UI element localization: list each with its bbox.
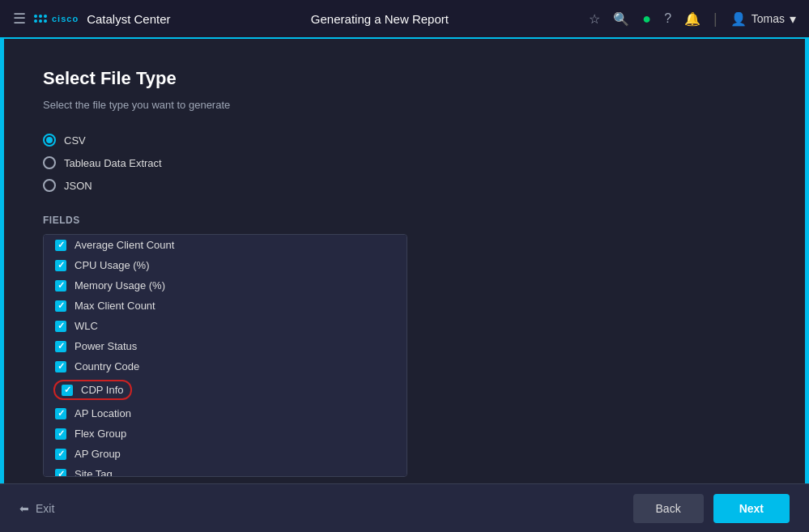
list-item[interactable]: CPU Usage (%) (44, 255, 407, 275)
checkbox-average-client-count[interactable] (55, 240, 66, 251)
radio-json-label: JSON (64, 180, 92, 192)
app-title: Catalyst Center (87, 12, 170, 26)
checkbox-power-status[interactable] (55, 341, 66, 352)
bottom-right-buttons: Back Next (633, 494, 790, 523)
list-item[interactable]: Country Code (44, 356, 407, 377)
section-subtitle: Select the file type you want to generat… (43, 99, 766, 111)
star-icon[interactable]: ☆ (589, 11, 600, 27)
field-label-memory-usage: Memory Usage (%) (75, 279, 165, 292)
main-content: Select File Type Select the file type yo… (0, 39, 809, 483)
checkbox-ap-location[interactable] (55, 408, 66, 419)
search-icon[interactable]: 🔍 (613, 11, 629, 27)
nav-left: ☰ cisco Catalyst Center (13, 10, 171, 28)
bottom-bar: ⬅ Exit Back Next (0, 483, 809, 532)
field-label-ap-group: AP Group (75, 448, 121, 460)
right-accent-strip (805, 39, 809, 483)
field-label-site-tag: Site Tag (75, 468, 113, 477)
field-label-ap-location: AP Location (75, 407, 131, 419)
list-item[interactable]: WLC (44, 316, 407, 336)
hamburger-icon[interactable]: ☰ (13, 10, 26, 28)
checkbox-cdp-info[interactable] (62, 385, 73, 396)
list-item[interactable]: Memory Usage (%) (44, 275, 407, 296)
exit-label: Exit (36, 502, 54, 515)
status-icon: ● (642, 11, 651, 28)
radio-item-tableau[interactable]: Tableau Data Extract (43, 156, 766, 169)
radio-item-json[interactable]: JSON (43, 179, 766, 192)
checkbox-cpu-usage[interactable] (55, 260, 66, 271)
radio-tableau[interactable] (43, 156, 56, 169)
radio-item-csv[interactable]: CSV (43, 134, 766, 147)
checkbox-max-client-count[interactable] (55, 300, 66, 312)
nav-divider: | (713, 11, 717, 28)
top-nav: ☰ cisco Catalyst Center Generating a New… (0, 0, 809, 39)
nav-right: ☆ 🔍 ● ? 🔔 | 👤 Tomas ▾ (589, 11, 796, 28)
list-item[interactable]: AP Location (44, 403, 407, 423)
list-item[interactable]: Flex Group (44, 423, 407, 444)
cisco-text: cisco (52, 14, 79, 23)
content-area: Select File Type Select the file type yo… (4, 39, 805, 483)
radio-tableau-label: Tableau Data Extract (64, 157, 162, 169)
checkbox-country-code[interactable] (55, 361, 66, 372)
radio-csv-label: CSV (64, 134, 86, 147)
bell-icon[interactable]: 🔔 (684, 11, 700, 27)
list-item-cdp-info[interactable]: CDP Info (44, 377, 407, 403)
field-label-average-client-count: Average Client Count (75, 239, 174, 251)
field-label-country-code: Country Code (75, 360, 139, 372)
section-title: Select File Type (43, 68, 766, 89)
checkbox-memory-usage[interactable] (55, 280, 66, 292)
list-item[interactable]: Max Client Count (44, 296, 407, 316)
exit-icon: ⬅ (19, 502, 29, 515)
user-name: Tomas (752, 12, 785, 25)
checkbox-wlc[interactable] (55, 321, 66, 332)
list-item[interactable]: Power Status (44, 336, 407, 356)
nav-center: Generating a New Report (171, 12, 590, 26)
user-menu[interactable]: 👤 Tomas ▾ (730, 11, 796, 27)
list-item[interactable]: Average Client Count (44, 235, 407, 255)
chevron-down-icon: ▾ (790, 11, 796, 27)
exit-button[interactable]: ⬅ Exit (19, 502, 54, 515)
field-label-cpu-usage: CPU Usage (%) (75, 259, 149, 271)
radio-csv[interactable] (43, 134, 56, 147)
file-type-group: CSV Tableau Data Extract JSON (43, 134, 766, 192)
checkbox-ap-group[interactable] (55, 449, 66, 460)
field-label-cdp-info: CDP Info (81, 384, 124, 396)
cisco-logo-dots (34, 15, 47, 23)
user-icon: 👤 (730, 11, 747, 27)
radio-json[interactable] (43, 179, 56, 192)
field-label-wlc: WLC (75, 320, 98, 332)
next-button[interactable]: Next (713, 494, 790, 523)
checkbox-site-tag[interactable] (55, 469, 66, 478)
list-item[interactable]: AP Group (44, 444, 407, 464)
cdp-info-highlight[interactable]: CDP Info (53, 380, 132, 400)
back-button[interactable]: Back (633, 494, 704, 523)
fields-checklist[interactable]: Average Client Count CPU Usage (%) Memor… (43, 234, 407, 477)
field-label-max-client-count: Max Client Count (75, 300, 155, 312)
cisco-logo: cisco (34, 14, 79, 23)
fields-label: Fields (43, 215, 766, 226)
field-label-power-status: Power Status (75, 340, 137, 352)
nav-page-title: Generating a New Report (311, 12, 449, 26)
checkbox-flex-group[interactable] (55, 428, 66, 440)
help-icon[interactable]: ? (664, 11, 671, 26)
list-item[interactable]: Site Tag (44, 464, 407, 477)
field-label-flex-group: Flex Group (75, 428, 126, 440)
